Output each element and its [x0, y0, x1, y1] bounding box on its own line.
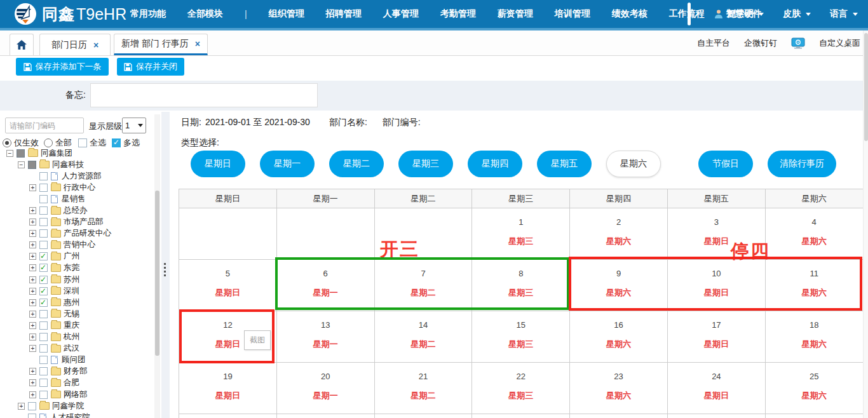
- page-scrollbar[interactable]: [863, 30, 868, 418]
- expand-icon[interactable]: +: [29, 322, 36, 329]
- link-custom-desktop[interactable]: 自定义桌面: [819, 37, 860, 49]
- calendar-day-cell[interactable]: 22星期三: [472, 363, 570, 414]
- tree-checkbox[interactable]: [39, 276, 48, 284]
- tree-node[interactable]: 顾问团: [0, 354, 154, 366]
- tree-node[interactable]: +广州: [0, 251, 154, 262]
- expand-icon[interactable]: +: [29, 276, 36, 283]
- calendar-day-cell[interactable]: [179, 208, 277, 260]
- type-button-4[interactable]: 星期四: [468, 151, 522, 177]
- tree-checkbox[interactable]: [39, 287, 48, 295]
- calendar-day-cell[interactable]: 15星期三: [472, 311, 570, 363]
- link-wecom-dingtalk[interactable]: 企微钉钉: [744, 37, 777, 49]
- tree-node[interactable]: +苏州: [0, 274, 154, 285]
- tree-node[interactable]: +惠州: [0, 297, 154, 308]
- type-button-6[interactable]: 星期六: [606, 151, 661, 177]
- tree-checkbox[interactable]: [39, 379, 48, 387]
- nav-item-2[interactable]: 组织管理: [269, 8, 304, 20]
- expand-icon[interactable]: +: [29, 368, 36, 375]
- nav-item-7[interactable]: 培训管理: [555, 8, 590, 20]
- sidebar-scrollbar[interactable]: [154, 114, 160, 418]
- calendar-day-cell[interactable]: [277, 208, 375, 260]
- tree-node[interactable]: 星销售: [0, 193, 154, 205]
- sidebar-scrollbar-thumb[interactable]: [155, 191, 159, 356]
- tree-node[interactable]: +合肥: [0, 377, 154, 389]
- expand-icon[interactable]: +: [29, 391, 36, 398]
- tree-checkbox[interactable]: [28, 161, 36, 169]
- type-button-7[interactable]: 节假日: [698, 151, 753, 177]
- tree-checkbox[interactable]: [39, 206, 48, 215]
- close-icon[interactable]: ×: [93, 40, 98, 50]
- tree-checkbox[interactable]: [39, 321, 48, 330]
- tree-checkbox[interactable]: [39, 391, 48, 399]
- language-menu[interactable]: 语言: [830, 8, 858, 20]
- calendar-day-cell[interactable]: 20星期一: [277, 363, 375, 414]
- tree-checkbox[interactable]: [39, 218, 48, 226]
- expand-icon[interactable]: +: [29, 241, 36, 248]
- save-and-add-button[interactable]: 保存并添加下一条: [16, 58, 109, 76]
- type-button-3[interactable]: 星期三: [398, 151, 453, 177]
- tree-node[interactable]: +无锡: [0, 308, 154, 320]
- expand-icon[interactable]: +: [29, 345, 36, 352]
- tree-node[interactable]: +网络部: [0, 389, 154, 400]
- navbar-scrollbar[interactable]: [688, 3, 691, 25]
- tree-node[interactable]: +财务部: [0, 366, 154, 377]
- expand-icon[interactable]: +: [29, 379, 36, 386]
- calendar-day-cell[interactable]: 13星期一: [277, 311, 375, 363]
- tree-node[interactable]: −同鑫科技: [0, 159, 154, 170]
- calendar-day-cell[interactable]: 23星期六: [570, 363, 668, 414]
- calendar-day-cell[interactable]: [375, 414, 473, 418]
- type-button-5[interactable]: 星期五: [537, 151, 592, 177]
- tree-node[interactable]: +东莞: [0, 262, 154, 274]
- tree-checkbox[interactable]: [39, 299, 48, 307]
- page-scrollbar-thumb[interactable]: [864, 33, 868, 141]
- tree-checkbox[interactable]: [39, 310, 48, 318]
- checkbox-multi-select[interactable]: [112, 138, 121, 147]
- expand-icon[interactable]: +: [29, 334, 36, 340]
- tree-checkbox[interactable]: [39, 356, 48, 364]
- expand-icon[interactable]: +: [29, 219, 36, 226]
- tree-node[interactable]: +重庆: [0, 320, 154, 331]
- expand-icon[interactable]: +: [29, 207, 36, 214]
- tree-node[interactable]: +总经办: [0, 205, 154, 216]
- tree-checkbox[interactable]: [28, 402, 36, 410]
- expand-icon[interactable]: +: [29, 299, 36, 306]
- calendar-day-cell[interactable]: 1星期三: [472, 208, 570, 260]
- tree-checkbox[interactable]: [39, 241, 48, 249]
- nav-item-8[interactable]: 绩效考核: [612, 8, 648, 20]
- tree-node[interactable]: −同鑫集团: [0, 147, 154, 159]
- nav-item-6[interactable]: 薪资管理: [498, 8, 533, 20]
- tree-node[interactable]: +营销中心: [0, 239, 154, 251]
- expand-icon[interactable]: +: [29, 264, 36, 271]
- calendar-day-cell[interactable]: 21星期二: [375, 363, 473, 414]
- calendar-day-cell[interactable]: 19星期日: [179, 363, 277, 414]
- link-self-platform[interactable]: 自主平台: [697, 37, 730, 49]
- collapse-icon[interactable]: −: [18, 161, 25, 168]
- radio-active-only[interactable]: [3, 138, 11, 147]
- close-icon[interactable]: ×: [195, 39, 200, 49]
- tree-checkbox[interactable]: [39, 333, 48, 341]
- calendar-day-cell[interactable]: [668, 414, 766, 418]
- tree-node[interactable]: 人才研究院: [0, 412, 154, 418]
- tree-node[interactable]: +杭州: [0, 332, 154, 343]
- tree-node[interactable]: 人力资源部: [0, 170, 154, 182]
- expand-icon[interactable]: +: [29, 230, 36, 237]
- tree-checkbox[interactable]: [39, 172, 48, 180]
- nav-item-4[interactable]: 人事管理: [383, 8, 419, 20]
- expand-icon[interactable]: +: [29, 184, 36, 191]
- memo-input[interactable]: [90, 83, 318, 107]
- expand-icon[interactable]: +: [29, 288, 36, 295]
- expand-icon[interactable]: +: [29, 311, 36, 318]
- calendar-day-cell[interactable]: [766, 414, 864, 418]
- tree-node[interactable]: +行政中心: [0, 182, 154, 193]
- nav-item-0[interactable]: 常用功能: [130, 8, 166, 20]
- calendar-day-cell[interactable]: 16星期六: [570, 311, 668, 363]
- radio-all[interactable]: [44, 138, 53, 147]
- type-button-0[interactable]: 星期日: [191, 151, 245, 177]
- tree-node[interactable]: +产品研发中心: [0, 228, 154, 239]
- collapse-icon[interactable]: −: [6, 150, 13, 157]
- calendar-day-cell[interactable]: 4星期六: [766, 208, 864, 260]
- level-select[interactable]: 1: [122, 118, 146, 133]
- user-menu[interactable]: 刘学明: [714, 8, 764, 20]
- calendar-day-cell[interactable]: [570, 414, 668, 418]
- nav-item-3[interactable]: 招聘管理: [326, 8, 362, 20]
